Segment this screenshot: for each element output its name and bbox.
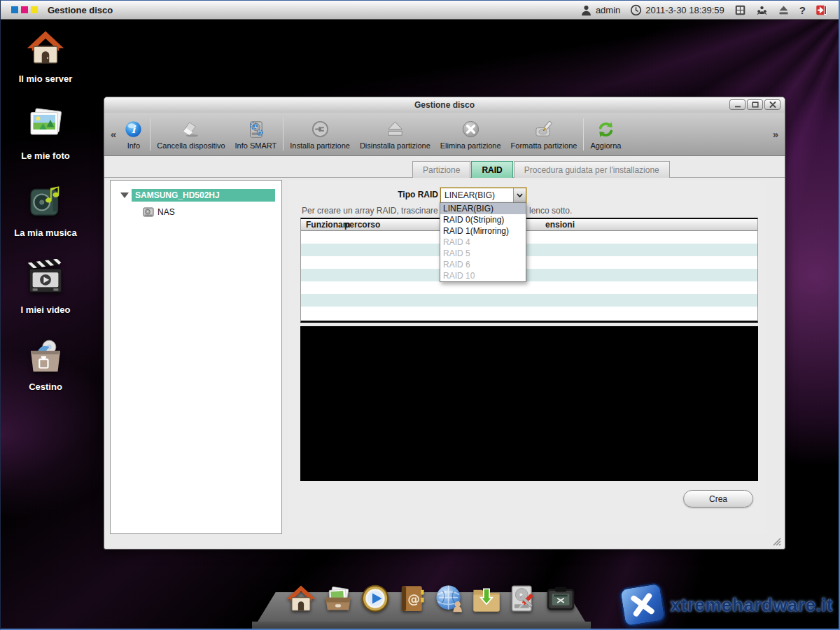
home-icon: [286, 583, 316, 614]
dropdown-option[interactable]: RAID 1(Mirroring): [440, 225, 526, 237]
close-button[interactable]: [764, 99, 780, 110]
dropdown-option[interactable]: LINEAR(BIG): [440, 203, 526, 214]
create-button[interactable]: Crea: [683, 490, 753, 507]
globe-user-icon: [434, 583, 465, 614]
help-icon[interactable]: ?: [799, 4, 806, 16]
clock-icon: [630, 4, 642, 16]
tree-item-disk[interactable]: SAMSUNG_HD502HJ: [111, 188, 281, 202]
dock-platform-base: [252, 622, 591, 629]
tree-expander-icon[interactable]: [120, 192, 129, 198]
maximize-icon: [752, 102, 759, 108]
brand-logo: [11, 6, 38, 13]
table-row: [301, 281, 757, 294]
dropdown-option[interactable]: RAID 0(Striping): [440, 214, 526, 225]
desktop-icon-music[interactable]: La mia musica: [7, 182, 84, 238]
minimize-button[interactable]: [729, 99, 746, 110]
datetime-text: 2011-3-30 18:39:59: [645, 5, 724, 15]
dock-backup-tools-button[interactable]: [545, 583, 576, 614]
dock-download-button[interactable]: [471, 583, 502, 614]
toolbar-scroll-right[interactable]: »: [771, 128, 780, 140]
dock-web-button[interactable]: [434, 583, 465, 614]
menubar-title: Gestione disco: [48, 5, 113, 15]
eject-partition-icon: [385, 120, 405, 140]
desktop-icon-label: La mia musica: [7, 227, 84, 238]
toolbar-info-button[interactable]: i Info: [118, 118, 148, 150]
minimize-icon: [734, 102, 741, 108]
window-grid-icon[interactable]: [734, 4, 746, 16]
desktop-icon-label: Il mio server: [7, 74, 84, 84]
dock-contacts-button[interactable]: @: [397, 583, 428, 614]
dock: @: [0, 581, 840, 630]
raid-type-label: Tipo RAID: [398, 190, 438, 200]
top-menubar: Gestione disco admin 2011-3-30 18:39:59 …: [0, 1, 840, 20]
desktop: Gestione disco admin 2011-3-30 18:39:59 …: [0, 0, 840, 630]
network-icon[interactable]: [756, 4, 768, 16]
raid-type-selected-value: LINEAR(BIG): [441, 190, 513, 200]
table-row: [301, 231, 757, 244]
svg-text:@: @: [407, 592, 420, 606]
logo-magenta-square: [21, 6, 28, 13]
raid-hint-left: Per creare un array RAID, trascinare: [302, 206, 438, 216]
tab-procedura-guidata[interactable]: Procedura guidata per l'installazione: [514, 161, 670, 178]
toolbar-install-partition-button[interactable]: Installa partizione: [285, 118, 355, 150]
window-title: Gestione disco: [414, 100, 475, 110]
clock-widget: 2011-3-30 18:39:59: [630, 4, 724, 16]
column-header: Funzionam: [306, 220, 350, 230]
desktop-icon-label: Cestino: [7, 382, 84, 392]
desktop-icon-video[interactable]: I miei video: [7, 259, 84, 315]
toolbar-scroll-left[interactable]: «: [108, 128, 118, 140]
toolbar-erase-device-button[interactable]: Cancella dispositivo: [152, 118, 230, 150]
eraser-icon: [181, 120, 201, 140]
user-icon: [580, 4, 592, 16]
select-arrow-button[interactable]: [513, 188, 526, 202]
toolbar-refresh-button[interactable]: Aggiorna: [585, 118, 626, 150]
toolbar-uninstall-partition-button[interactable]: Disinstalla partizione: [355, 118, 435, 150]
smart-disk-icon: [246, 120, 266, 140]
resize-grip[interactable]: [771, 536, 781, 546]
tree-item-partition-label: NAS: [158, 207, 175, 217]
desktop-icon-label: Le mie foto: [7, 150, 84, 161]
user-menu[interactable]: admin: [580, 4, 620, 16]
photos-box-icon: [323, 583, 354, 614]
table-row: [301, 294, 757, 307]
logout-icon[interactable]: [816, 4, 827, 16]
tab-raid[interactable]: RAID: [471, 161, 512, 178]
device-tree-panel: SAMSUNG_HD502HJ NAS: [110, 180, 282, 534]
user-name: admin: [596, 5, 620, 15]
desktop-icon-photos[interactable]: Le mie foto: [7, 105, 84, 161]
toolbar-label: Formatta partizione: [511, 141, 578, 150]
toolbar-label: Info SMART: [235, 141, 277, 150]
dock-media-player-button[interactable]: [360, 583, 391, 614]
drive-icon: [143, 207, 154, 217]
dock-photos-button[interactable]: [323, 583, 354, 614]
toolbar-format-partition-button[interactable]: Formatta partizione: [506, 118, 582, 150]
window-titlebar[interactable]: Gestione disco: [104, 97, 785, 113]
contacts-icon: @: [397, 583, 428, 614]
maximize-button[interactable]: [747, 99, 763, 110]
raid-drop-zone[interactable]: [300, 326, 758, 481]
dock-home-button[interactable]: [286, 583, 316, 614]
tree-item-disk-label: SAMSUNG_HD502HJ: [132, 189, 275, 202]
raid-hint-right: lenco sotto.: [529, 206, 572, 216]
toolbar-label: Cancella dispositivo: [157, 141, 225, 150]
desktop-icon-trash[interactable]: Cestino: [7, 336, 84, 392]
toolbar-smart-info-button[interactable]: Info SMART: [230, 118, 282, 150]
raid-type-select[interactable]: LINEAR(BIG): [440, 188, 526, 203]
logo-blue-square: [11, 6, 18, 13]
disk-utility-icon: [508, 583, 539, 614]
toolbar-label: Disinstalla partizione: [360, 141, 430, 150]
table-row: [301, 307, 757, 319]
chevron-down-icon: [517, 193, 523, 197]
tree-item-partition[interactable]: NAS: [143, 207, 281, 217]
column-header: percorso: [344, 220, 380, 230]
tab-partizione[interactable]: Partizione: [412, 161, 470, 178]
dock-disk-utility-button[interactable]: [508, 583, 539, 614]
toolbar-delete-partition-button[interactable]: Elimina partizione: [435, 118, 506, 150]
eject-icon[interactable]: [778, 4, 790, 16]
toolbar-label: Aggiorna: [590, 141, 621, 150]
close-icon: [769, 102, 776, 108]
plug-icon: [310, 120, 330, 140]
desktop-icon-server[interactable]: Il mio server: [7, 28, 84, 84]
raid-type-dropdown-list: LINEAR(BIG) RAID 0(Striping) RAID 1(Mirr…: [440, 202, 526, 282]
table-row: [301, 244, 757, 256]
